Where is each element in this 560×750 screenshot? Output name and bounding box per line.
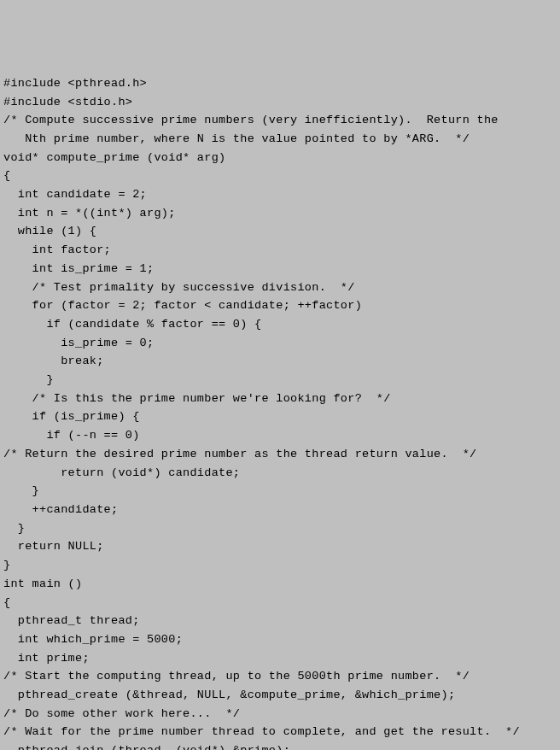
code-line: #include <stdio.h> <box>3 93 557 112</box>
code-line: } <box>3 556 557 575</box>
code-line: pthread_create (&thread, NULL, &compute_… <box>3 686 557 705</box>
code-line: int prime; <box>3 649 557 668</box>
code-line: int candidate = 2; <box>3 185 557 204</box>
code-line: void* compute_prime (void* arg) <box>3 149 557 167</box>
code-line: if (is_prime) { <box>3 407 557 426</box>
code-line: while (1) { <box>3 222 557 241</box>
code-line: ++candidate; <box>3 501 557 519</box>
code-line: for (factor = 2; factor < candidate; ++f… <box>3 296 557 315</box>
code-line: if (candidate % factor == 0) { <box>3 315 557 334</box>
code-line: Nth prime number, where N is the value p… <box>3 130 557 149</box>
code-line: /* Do some other work here... */ <box>3 705 557 724</box>
code-line: int is_prime = 1; <box>3 260 557 278</box>
code-line: { <box>3 167 557 185</box>
code-line: if (--n == 0) <box>3 426 557 445</box>
code-line: is_prime = 0; <box>3 334 557 353</box>
code-line: /* Test primality by successive division… <box>3 278 557 297</box>
code-line: /* Compute successive prime numbers (ver… <box>3 111 557 130</box>
code-line: } <box>3 371 557 390</box>
code-line: /* Return the desired prime number as th… <box>3 445 557 464</box>
code-line: #include <pthread.h> <box>3 74 557 93</box>
code-line: } <box>3 482 557 501</box>
code-line: pthread_t thread; <box>3 612 557 630</box>
code-line: int factor; <box>3 241 557 260</box>
code-line: break; <box>3 352 557 371</box>
code-line: int main () <box>3 575 557 594</box>
code-line: } <box>3 519 557 538</box>
code-line: /* Is this the prime number we're lookin… <box>3 390 557 408</box>
code-line: { <box>3 594 557 612</box>
code-line: return (void*) candidate; <box>3 464 557 483</box>
code-block: #include <pthread.h>#include <stdio.h>/*… <box>3 74 557 750</box>
code-line: /* Wait for the prime number thread to c… <box>3 723 557 741</box>
code-line: /* Start the computing thread, up to the… <box>3 667 557 686</box>
code-line: pthread_join (thread, (void*) &prime); <box>3 741 557 750</box>
code-line: int n = *((int*) arg); <box>3 204 557 223</box>
code-line: int which_prime = 5000; <box>3 630 557 649</box>
code-line: return NULL; <box>3 537 557 556</box>
